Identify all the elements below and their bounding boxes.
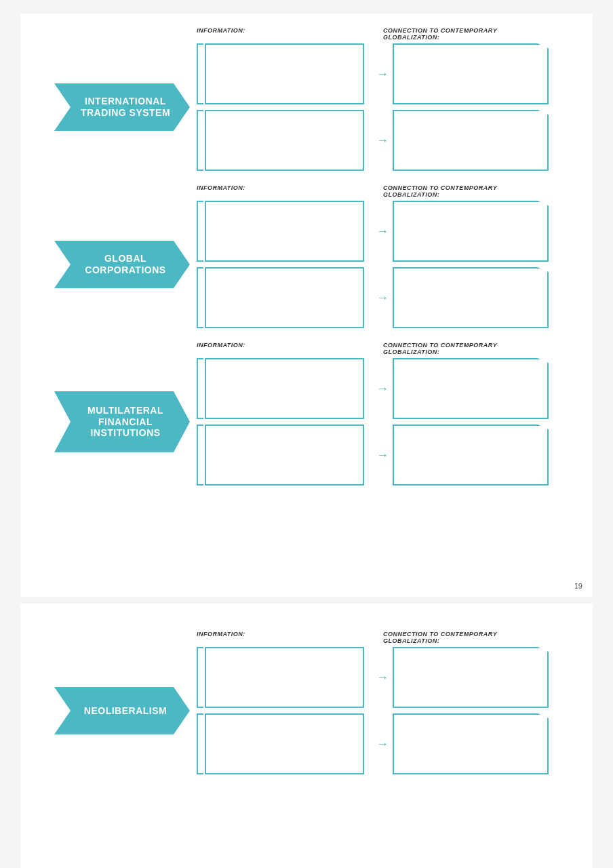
info-box-4-1[interactable] xyxy=(205,647,364,708)
section-4-header: INFORMATION: CONNECTION TO CONTEMPORARY … xyxy=(34,631,579,644)
page-2: INFORMATION: CONNECTION TO CONTEMPORARY … xyxy=(20,604,593,868)
section-3-body: MULTILATERALFINANCIALINSTITUTIONS → xyxy=(34,358,579,486)
bracket-2-1 xyxy=(197,201,203,262)
connection-label-4: CONNECTION TO CONTEMPORARY GLOBALIZATION… xyxy=(383,631,549,644)
connection-box-3-1[interactable] xyxy=(393,358,549,419)
section-1-row-2: → xyxy=(197,110,549,171)
neoliberalism-tag: NEOLIBERALISM xyxy=(54,687,190,734)
bracket-info-1-1 xyxy=(197,43,364,104)
page-number: 19 xyxy=(574,582,582,590)
info-box-2-1[interactable] xyxy=(205,201,364,262)
arrow-4-2: → xyxy=(372,737,393,751)
connection-box-4-1[interactable] xyxy=(393,647,549,708)
arrow-1-1: → xyxy=(372,67,393,81)
info-label-3: INFORMATION: xyxy=(197,342,363,355)
arrow-2-2: → xyxy=(372,291,393,305)
section-3-row-1: → xyxy=(197,358,549,419)
section-global-corporations: INFORMATION: CONNECTION TO CONTEMPORARY … xyxy=(34,184,579,328)
bracket-4-2 xyxy=(197,713,203,774)
info-box-1-2[interactable] xyxy=(205,110,364,171)
section-1-row-1: → xyxy=(197,43,549,104)
arrow-3-2: → xyxy=(372,448,393,462)
bracket-info-4-2 xyxy=(197,713,364,774)
connection-box-4-2[interactable] xyxy=(393,713,549,774)
connection-box-2-2[interactable] xyxy=(393,267,549,328)
bracket-info-2-2 xyxy=(197,267,364,328)
section-1-body: INTERNATIONALTRADING SYSTEM → xyxy=(34,43,579,171)
page-container: INFORMATION: CONNECTION TO CONTEMPORARY … xyxy=(0,0,613,868)
section-international-trading: INFORMATION: CONNECTION TO CONTEMPORARY … xyxy=(34,27,579,171)
section-4-body: NEOLIBERALISM → xyxy=(34,647,579,774)
bracket-info-1-2 xyxy=(197,110,364,171)
connection-label-1: CONNECTION TO CONTEMPORARY GLOBALIZATION… xyxy=(383,27,549,41)
arrow-3-1: → xyxy=(372,382,393,396)
connection-box-2-1[interactable] xyxy=(393,201,549,262)
bracket-3-1 xyxy=(197,358,203,419)
info-box-2-2[interactable] xyxy=(205,267,364,328)
multilateral-tag: MULTILATERALFINANCIALINSTITUTIONS xyxy=(54,391,190,452)
info-box-1-1[interactable] xyxy=(205,43,364,104)
section-neoliberalism: INFORMATION: CONNECTION TO CONTEMPORARY … xyxy=(34,631,579,774)
arrow-4-1: → xyxy=(372,671,393,685)
info-box-4-2[interactable] xyxy=(205,713,364,774)
bracket-info-4-1 xyxy=(197,647,364,708)
section-1-header: INFORMATION: CONNECTION TO CONTEMPORARY … xyxy=(34,27,579,41)
connection-box-3-2[interactable] xyxy=(393,425,549,486)
section-3-header: INFORMATION: CONNECTION TO CONTEMPORARY … xyxy=(34,342,579,355)
connection-box-1-2[interactable] xyxy=(393,110,549,171)
bracket-1-2 xyxy=(197,110,203,171)
page-1: INFORMATION: CONNECTION TO CONTEMPORARY … xyxy=(20,14,593,597)
connection-box-1-1[interactable] xyxy=(393,43,549,104)
section-4-row-2: → xyxy=(197,713,549,774)
section-3-row-2: → xyxy=(197,425,549,486)
arrow-2-1: → xyxy=(372,224,393,239)
arrow-1-2: → xyxy=(372,134,393,148)
bracket-info-3-2 xyxy=(197,425,364,486)
section-2-row-1: → xyxy=(197,201,549,262)
info-box-3-1[interactable] xyxy=(205,358,364,419)
section-2-row-2: → xyxy=(197,267,549,328)
bracket-3-2 xyxy=(197,425,203,486)
info-label-1: INFORMATION: xyxy=(197,27,363,41)
section-2-body: GLOBALCORPORATIONS → xyxy=(34,201,579,328)
section-4-rows: → → xyxy=(197,647,549,774)
international-trading-tag: INTERNATIONALTRADING SYSTEM xyxy=(54,83,190,131)
bracket-1-1 xyxy=(197,43,203,104)
bracket-2-2 xyxy=(197,267,203,328)
bracket-info-2-1 xyxy=(197,201,364,262)
info-label-4: INFORMATION: xyxy=(197,631,363,644)
info-label-2: INFORMATION: xyxy=(197,184,363,198)
section-multilateral: INFORMATION: CONNECTION TO CONTEMPORARY … xyxy=(34,342,579,486)
section-4-row-1: → xyxy=(197,647,549,708)
bracket-info-3-1 xyxy=(197,358,364,419)
info-box-3-2[interactable] xyxy=(205,425,364,486)
section-2-rows: → → xyxy=(197,201,549,328)
connection-label-3: CONNECTION TO CONTEMPORARY GLOBALIZATION… xyxy=(383,342,549,355)
bracket-4-1 xyxy=(197,647,203,708)
section-2-header: INFORMATION: CONNECTION TO CONTEMPORARY … xyxy=(34,184,579,198)
global-corporations-tag: GLOBALCORPORATIONS xyxy=(54,241,190,288)
section-3-rows: → → xyxy=(197,358,549,486)
connection-label-2: CONNECTION TO CONTEMPORARY GLOBALIZATION… xyxy=(383,184,549,198)
section-1-rows: → → xyxy=(197,43,549,171)
